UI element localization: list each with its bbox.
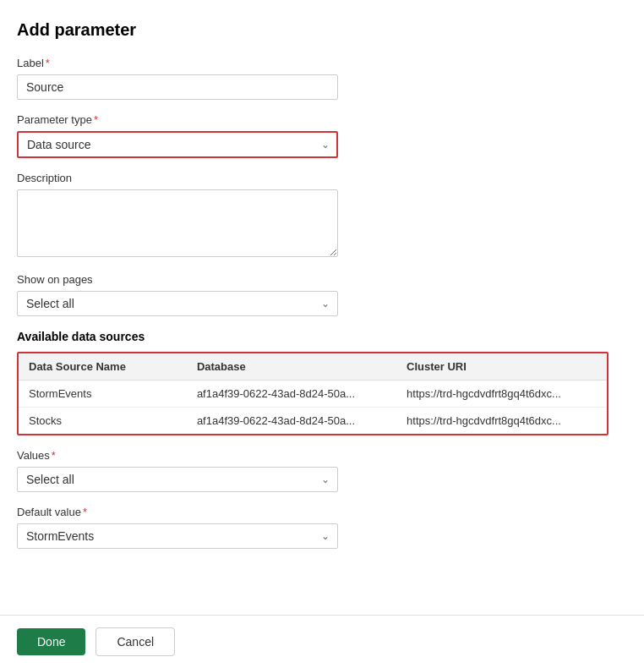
default-value-required-star: * <box>83 506 87 518</box>
available-data-sources-group: Available data sources Data Source Name … <box>17 330 575 435</box>
description-label: Description <box>17 172 575 184</box>
main-container: Add parameter Label* Parameter type* Dat… <box>0 0 592 630</box>
table-cell-name: StormEvents <box>19 381 187 408</box>
parameter-type-required-star: * <box>94 113 98 126</box>
cancel-button[interactable]: Cancel <box>96 627 175 656</box>
table-cell-cluster: https://trd-hgcdvdfrt8gq4t6dxc... <box>396 408 607 435</box>
parameter-type-select[interactable]: Data sourceTextIntegerBoolean <box>17 131 338 158</box>
table-cell-cluster: https://trd-hgcdvdfrt8gq4t6dxc... <box>396 381 607 408</box>
show-on-pages-form-group: Show on pages Select all ⌄ <box>17 273 575 316</box>
show-on-pages-select-wrapper: Select all ⌄ <box>17 291 338 316</box>
available-data-sources-title: Available data sources <box>17 330 575 343</box>
values-required-star: * <box>52 449 56 462</box>
table-row[interactable]: StormEvents af1a4f39-0622-43ad-8d24-50a.… <box>19 381 607 408</box>
label-form-group: Label* <box>17 57 575 100</box>
done-button[interactable]: Done <box>17 628 85 655</box>
table-cell-database: af1a4f39-0622-43ad-8d24-50a... <box>187 381 396 408</box>
description-form-group: Description <box>17 172 575 260</box>
default-value-select-wrapper: StormEventsStocks ⌄ <box>17 523 338 549</box>
label-field-label: Label* <box>17 57 575 69</box>
page-title: Add parameter <box>17 20 575 40</box>
data-table-wrapper: Data Source Name Database Cluster URI St… <box>17 352 609 435</box>
values-select-wrapper: Select all ⌄ <box>17 467 338 492</box>
label-input[interactable] <box>17 74 338 100</box>
col-header-cluster: Cluster URI <box>396 353 607 381</box>
default-value-select[interactable]: StormEventsStocks <box>17 523 338 549</box>
parameter-type-form-group: Parameter type* Data sourceTextIntegerBo… <box>17 113 575 158</box>
values-label: Values* <box>17 449 575 462</box>
values-select[interactable]: Select all <box>17 467 338 492</box>
table-cell-database: af1a4f39-0622-43ad-8d24-50a... <box>187 408 396 435</box>
parameter-type-label: Parameter type* <box>17 113 575 126</box>
show-on-pages-select[interactable]: Select all <box>17 291 338 316</box>
col-header-name: Data Source Name <box>19 353 187 381</box>
description-textarea[interactable] <box>17 189 338 257</box>
parameter-type-select-wrapper: Data sourceTextIntegerBoolean ⌄ <box>17 131 338 158</box>
data-sources-table: Data Source Name Database Cluster URI St… <box>19 353 607 434</box>
footer: Done Cancel <box>0 615 644 668</box>
col-header-database: Database <box>187 353 396 381</box>
table-header-row: Data Source Name Database Cluster URI <box>19 353 607 381</box>
default-value-label: Default value* <box>17 506 575 518</box>
default-value-form-group: Default value* StormEventsStocks ⌄ <box>17 506 575 549</box>
values-form-group: Values* Select all ⌄ <box>17 449 575 492</box>
show-on-pages-label: Show on pages <box>17 273 575 286</box>
label-required-star: * <box>46 57 50 69</box>
table-row[interactable]: Stocks af1a4f39-0622-43ad-8d24-50a... ht… <box>19 408 607 435</box>
table-cell-name: Stocks <box>19 408 187 435</box>
